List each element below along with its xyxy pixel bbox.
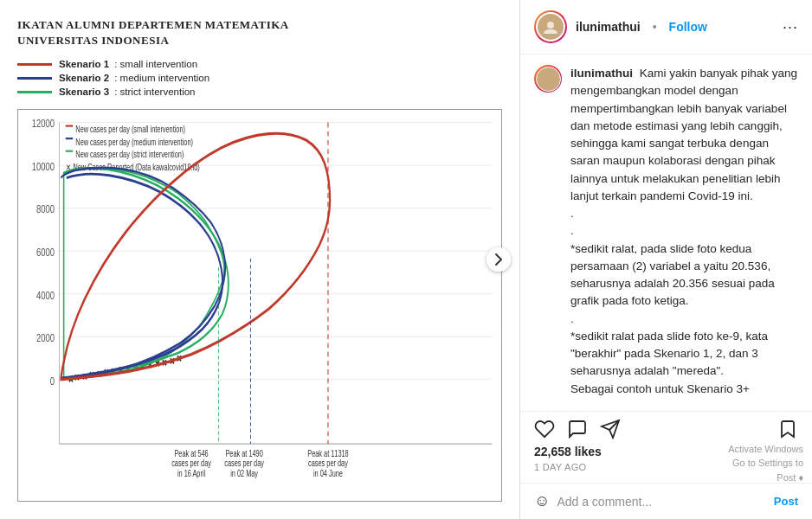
svg-text:Peak at 1490: Peak at 1490 (225, 449, 262, 458)
legend-item-2: Skenario 2 : medium intervention (17, 73, 502, 83)
likes-count: 22,658 likes (534, 445, 798, 458)
caption-text: Kami yakin banyak pihak yang mengembangk… (570, 67, 797, 395)
header-username[interactable]: ilunimathui (576, 20, 641, 34)
svg-text:in 16 April: in 16 April (177, 469, 205, 478)
svg-text:in 02 May: in 02 May (230, 469, 258, 478)
action-icons (534, 419, 798, 439)
svg-text:12000: 12000 (32, 118, 55, 130)
add-comment-area[interactable]: ☺ Post (520, 483, 812, 519)
legend: Skenario 1 : small intervention Skenario… (17, 59, 502, 100)
svg-text:cases per day: cases per day (171, 458, 211, 468)
post-comment-button[interactable]: Post (774, 495, 798, 508)
svg-point-51 (547, 22, 554, 29)
svg-text:4000: 4000 (36, 289, 55, 301)
svg-rect-16 (66, 125, 73, 127)
chart-area: 12000 10000 8000 6000 4000 2000 0 New ca… (17, 109, 502, 502)
svg-text:2000: 2000 (36, 332, 55, 344)
svg-text:New cases per day (medium inte: New cases per day (medium intervention) (75, 138, 193, 147)
svg-text:cases per day: cases per day (224, 458, 264, 468)
post-actions: 22,658 likes 1 day ago (520, 411, 812, 483)
comment-input[interactable] (557, 495, 766, 509)
chart-title: Ikatan Alumni Departemen Matematika Univ… (17, 17, 502, 48)
follow-button[interactable]: Follow (669, 20, 707, 34)
svg-text:0: 0 (50, 375, 55, 388)
legend-item-1: Skenario 1 : small intervention (17, 59, 502, 69)
chart-content: Ikatan Alumni Departemen Matematika Univ… (0, 0, 519, 519)
emoji-button[interactable]: ☺ (534, 492, 550, 510)
next-image-button[interactable] (487, 247, 511, 272)
svg-rect-18 (66, 138, 73, 139)
caption-area: ilunimathui Kami yakin banyak pihak yang… (520, 54, 812, 411)
caption-block: ilunimathui Kami yakin banyak pihak yang… (534, 65, 798, 398)
svg-text:in 04 June: in 04 June (313, 469, 343, 478)
post-info-panel: ilunimathui • Follow ··· ilunimathui Kam… (519, 0, 812, 519)
save-button[interactable] (777, 419, 798, 439)
svg-text:Peak at 11318: Peak at 11318 (307, 449, 348, 458)
post-date: 1 day ago (534, 462, 798, 472)
legend-item-3: Skenario 3 : strict intervention (17, 86, 502, 97)
avatar[interactable] (534, 10, 567, 43)
comment-button[interactable] (567, 419, 588, 439)
post-image-panel: Ikatan Alumni Departemen Matematika Univ… (0, 0, 519, 519)
post-header: ilunimathui • Follow ··· (520, 0, 812, 54)
more-options-button[interactable]: ··· (783, 18, 798, 36)
svg-text:10000: 10000 (32, 161, 55, 173)
caption-avatar[interactable] (534, 65, 562, 93)
svg-text:6000: 6000 (36, 247, 55, 259)
svg-text:New cases per day (strict inte: New cases per day (strict intervention) (75, 151, 184, 160)
like-button[interactable] (534, 419, 555, 439)
svg-text:cases per day: cases per day (308, 458, 348, 468)
svg-text:Peak at 546: Peak at 546 (174, 449, 208, 458)
svg-text:New cases per day (small inter: New cases per day (small intervention) (75, 125, 185, 134)
caption-username[interactable]: ilunimathui (570, 67, 633, 80)
svg-text:8000: 8000 (36, 203, 55, 215)
share-button[interactable] (600, 419, 621, 439)
svg-rect-20 (66, 151, 73, 152)
